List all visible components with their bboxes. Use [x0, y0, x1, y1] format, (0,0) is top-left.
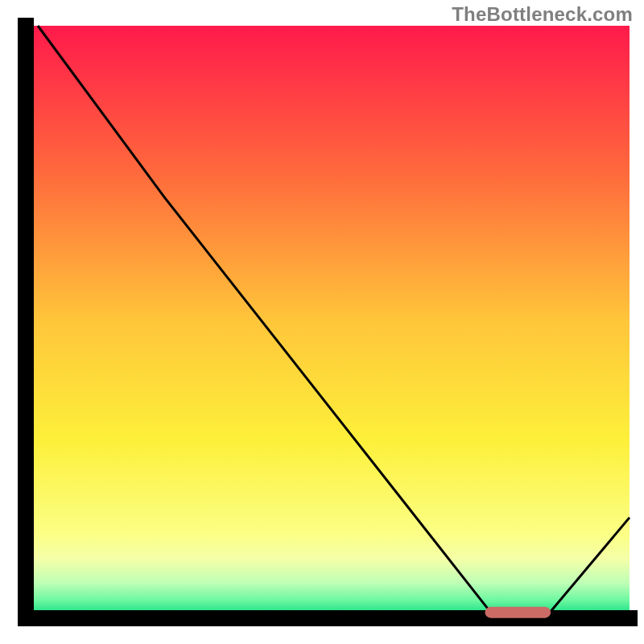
chart-wrapper: TheBottleneck.com: [0, 0, 644, 644]
watermark-text: TheBottleneck.com: [452, 3, 633, 26]
plot-background: [26, 26, 630, 618]
bottleneck-chart: [0, 0, 644, 644]
